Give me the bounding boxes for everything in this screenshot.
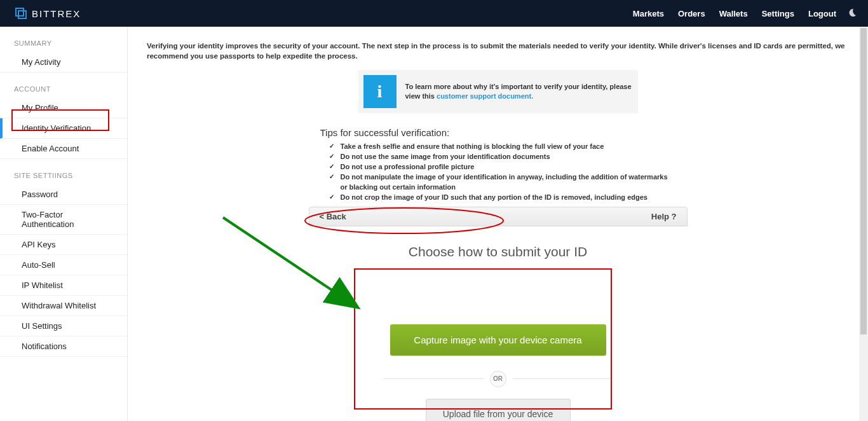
- capture-button[interactable]: Capture image with your device camera: [390, 324, 606, 355]
- sidebar-item-enable-account[interactable]: Enable Account: [0, 139, 127, 159]
- back-button[interactable]: < Back: [320, 212, 346, 221]
- or-badge: OR: [490, 371, 506, 387]
- sidebar-item-2fa[interactable]: Two-Factor Authentication: [0, 205, 127, 235]
- tips-title: Tips for successful verification:: [320, 127, 676, 138]
- sidebar: SUMMARY My Activity ACCOUNT My Profile I…: [0, 27, 128, 421]
- annotation-arrow: [217, 211, 376, 319]
- scrollbar[interactable]: [859, 27, 868, 421]
- theme-toggle-icon[interactable]: [848, 8, 857, 19]
- sidebar-item-withdrawal-whitelist[interactable]: Withdrawal Whitelist: [0, 296, 127, 316]
- sidebar-group-site-settings: SITE SETTIINGS: [0, 168, 127, 184]
- top-nav: BITTREX Markets Orders Wallets Settings …: [0, 0, 868, 27]
- nav-logout[interactable]: Logout: [808, 9, 836, 18]
- choose-title: Choose how to submit your ID: [409, 244, 587, 259]
- back-help-bar: < Back Help ?: [309, 207, 688, 226]
- sidebar-item-password[interactable]: Password: [0, 184, 127, 205]
- brand-label: BITTREX: [32, 8, 81, 19]
- nav-settings[interactable]: Settings: [762, 9, 794, 18]
- tip-item: Do not manipulate the image of your iden…: [332, 172, 676, 193]
- tip-item: Do not use the same image from your iden…: [332, 152, 676, 162]
- sidebar-item-api-keys[interactable]: API Keys: [0, 235, 127, 255]
- sidebar-item-auto-sell[interactable]: Auto-Sell: [0, 255, 127, 275]
- sidebar-item-ip-whitelist[interactable]: IP Whitelist: [0, 275, 127, 296]
- choose-section: Choose how to submit your ID: [147, 244, 849, 259]
- or-divider: OR: [384, 371, 612, 387]
- sidebar-item-my-profile[interactable]: My Profile: [0, 98, 127, 118]
- brand-icon: [15, 8, 27, 19]
- sidebar-group-summary: SUMMARY: [0, 36, 127, 52]
- help-button[interactable]: Help ?: [651, 212, 677, 221]
- sidebar-item-ui-settings[interactable]: UI Settings: [0, 316, 127, 336]
- sidebar-item-notifications[interactable]: Notifications: [0, 336, 127, 357]
- nav-links: Markets Orders Wallets Settings Logout: [633, 9, 836, 18]
- svg-rect-1: [18, 11, 26, 18]
- nav-markets[interactable]: Markets: [633, 9, 664, 18]
- tips: Tips for successful verification: Take a…: [320, 127, 676, 203]
- tip-item: Do not use a professional profile pictur…: [332, 162, 676, 172]
- svg-rect-0: [16, 8, 24, 16]
- content: Verifying your identity improves the sec…: [128, 27, 868, 421]
- submit-panel: Capture image with your device camera OR…: [373, 305, 623, 421]
- svg-line-3: [223, 217, 356, 307]
- info-box: i To learn more about why it's important…: [358, 70, 638, 113]
- nav-wallets[interactable]: Wallets: [719, 9, 748, 18]
- sidebar-item-my-activity[interactable]: My Activity: [0, 52, 127, 72]
- tip-item: Take a fresh selfie and ensure that noth…: [332, 142, 676, 152]
- info-icon: i: [363, 75, 397, 108]
- info-link[interactable]: customer support document.: [437, 92, 533, 100]
- intro-text: Verifying your identity improves the sec…: [147, 41, 849, 61]
- brand[interactable]: BITTREX: [15, 8, 81, 19]
- scrollbar-thumb[interactable]: [860, 28, 867, 335]
- sidebar-group-account: ACCOUNT: [0, 81, 127, 98]
- info-text: To learn more about why it's important t…: [405, 82, 633, 102]
- upload-button[interactable]: Upload file from your device: [426, 399, 571, 421]
- tip-item: Do not crop the image of your ID such th…: [332, 193, 676, 203]
- sidebar-item-identity-verification[interactable]: Identity Verification: [0, 118, 127, 139]
- nav-orders[interactable]: Orders: [678, 9, 705, 18]
